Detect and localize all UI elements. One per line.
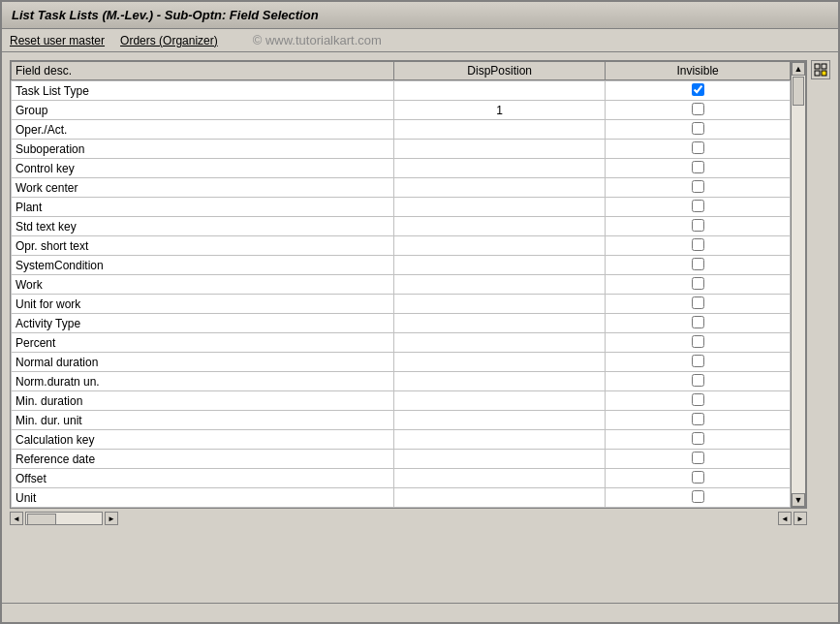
orders-organizer-menu[interactable]: Orders (Organizer) bbox=[120, 34, 218, 47]
disp-position-cell bbox=[394, 295, 606, 314]
reset-user-master-menu[interactable]: Reset user master bbox=[10, 34, 105, 47]
invisible-checkbox[interactable] bbox=[692, 83, 704, 96]
field-name-cell: SystemCondition bbox=[12, 256, 394, 275]
disp-position-cell bbox=[394, 275, 606, 295]
invisible-checkbox[interactable] bbox=[692, 180, 704, 193]
table-row: Reference date bbox=[12, 450, 791, 469]
invisible-checkbox-cell[interactable] bbox=[606, 314, 791, 333]
field-name-cell: Offset bbox=[12, 469, 394, 488]
invisible-checkbox[interactable] bbox=[692, 432, 704, 445]
content-area: Field desc. DispPosition Invisible bbox=[2, 52, 838, 603]
invisible-checkbox-cell[interactable] bbox=[606, 256, 791, 275]
invisible-checkbox[interactable] bbox=[692, 316, 704, 328]
h-scroll-track bbox=[25, 512, 103, 525]
invisible-checkbox-cell[interactable] bbox=[606, 159, 791, 178]
grid-icon-svg bbox=[814, 63, 827, 77]
table-row: Unit bbox=[12, 488, 791, 508]
nav-right-button[interactable]: ► bbox=[793, 512, 807, 525]
scroll-left-button[interactable]: ◄ bbox=[10, 512, 23, 525]
invisible-checkbox[interactable] bbox=[692, 238, 704, 251]
field-name-cell: Unit bbox=[12, 488, 394, 508]
table-row: Norm.duratn un. bbox=[12, 372, 791, 391]
col-header-disp-position: DispPosition bbox=[394, 62, 606, 80]
field-name-cell: Opr. short text bbox=[12, 236, 394, 256]
table-row: Min. duration bbox=[12, 391, 791, 411]
invisible-checkbox[interactable] bbox=[692, 452, 704, 464]
field-name-cell: Unit for work bbox=[12, 295, 394, 314]
table-wrapper: Field desc. DispPosition Invisible bbox=[10, 60, 807, 509]
status-bar bbox=[2, 603, 838, 622]
table-row: Normal duration bbox=[12, 353, 791, 372]
grid-icon-button[interactable] bbox=[811, 60, 830, 79]
svg-rect-1 bbox=[822, 64, 826, 69]
invisible-checkbox[interactable] bbox=[692, 413, 704, 425]
invisible-checkbox-cell[interactable] bbox=[606, 430, 791, 450]
table-row: Activity Type bbox=[12, 314, 791, 333]
invisible-checkbox-cell[interactable] bbox=[606, 81, 791, 101]
disp-position-cell bbox=[394, 314, 606, 333]
field-name-cell: Group bbox=[12, 101, 394, 120]
scroll-up-button[interactable]: ▲ bbox=[792, 62, 805, 76]
invisible-checkbox[interactable] bbox=[692, 374, 704, 387]
field-name-cell: Min. dur. unit bbox=[12, 411, 394, 430]
invisible-checkbox-cell[interactable] bbox=[606, 353, 791, 372]
invisible-checkbox-cell[interactable] bbox=[606, 372, 791, 391]
svg-rect-0 bbox=[815, 64, 820, 69]
invisible-checkbox-cell[interactable] bbox=[606, 120, 791, 140]
invisible-checkbox-cell[interactable] bbox=[606, 469, 791, 488]
invisible-checkbox[interactable] bbox=[692, 277, 704, 290]
table-row: Work center bbox=[12, 178, 791, 198]
disp-position-cell bbox=[394, 140, 606, 159]
field-name-cell: Percent bbox=[12, 333, 394, 353]
invisible-checkbox[interactable] bbox=[692, 355, 704, 367]
scroll-right-button[interactable]: ► bbox=[105, 512, 118, 525]
field-name-cell: Normal duration bbox=[12, 353, 394, 372]
disp-position-cell bbox=[394, 178, 606, 198]
invisible-checkbox[interactable] bbox=[692, 200, 704, 212]
invisible-checkbox-cell[interactable] bbox=[606, 275, 791, 295]
invisible-checkbox-cell[interactable] bbox=[606, 488, 791, 508]
main-table-region: Field desc. DispPosition Invisible bbox=[10, 60, 807, 526]
table-row: Oper./Act. bbox=[12, 120, 791, 140]
invisible-checkbox[interactable] bbox=[692, 219, 704, 232]
invisible-checkbox-cell[interactable] bbox=[606, 450, 791, 469]
disp-position-cell bbox=[394, 256, 606, 275]
invisible-checkbox-cell[interactable] bbox=[606, 178, 791, 198]
invisible-checkbox[interactable] bbox=[692, 471, 704, 484]
disp-position-cell bbox=[394, 469, 606, 488]
invisible-checkbox-cell[interactable] bbox=[606, 295, 791, 314]
invisible-checkbox-cell[interactable] bbox=[606, 236, 791, 256]
invisible-checkbox[interactable] bbox=[692, 161, 704, 173]
field-name-cell: Std text key bbox=[12, 217, 394, 236]
invisible-checkbox-cell[interactable] bbox=[606, 101, 791, 120]
invisible-checkbox-cell[interactable] bbox=[606, 411, 791, 430]
invisible-checkbox[interactable] bbox=[692, 490, 704, 503]
invisible-checkbox-cell[interactable] bbox=[606, 140, 791, 159]
invisible-checkbox-cell[interactable] bbox=[606, 333, 791, 353]
invisible-checkbox[interactable] bbox=[692, 122, 704, 135]
invisible-checkbox[interactable] bbox=[692, 393, 704, 406]
invisible-checkbox-cell[interactable] bbox=[606, 217, 791, 236]
invisible-checkbox[interactable] bbox=[692, 141, 704, 154]
disp-position-cell bbox=[394, 430, 606, 450]
field-selection-table: Field desc. DispPosition Invisible bbox=[11, 61, 791, 80]
table-row: Percent bbox=[12, 333, 791, 353]
invisible-checkbox-cell[interactable] bbox=[606, 391, 791, 411]
invisible-checkbox-cell[interactable] bbox=[606, 198, 791, 217]
table-row: Group1 bbox=[12, 101, 791, 120]
field-name-cell: Suboperation bbox=[12, 140, 394, 159]
invisible-checkbox[interactable] bbox=[692, 258, 704, 270]
nav-left-button[interactable]: ◄ bbox=[778, 512, 792, 525]
invisible-checkbox[interactable] bbox=[692, 335, 704, 348]
invisible-checkbox[interactable] bbox=[692, 103, 704, 115]
vertical-scrollbar[interactable]: ▲ ▼ bbox=[791, 61, 806, 508]
disp-position-cell bbox=[394, 217, 606, 236]
h-scroll-thumb[interactable] bbox=[27, 514, 56, 525]
invisible-checkbox[interactable] bbox=[692, 296, 704, 309]
table-row: Offset bbox=[12, 469, 791, 488]
table-body: Task List TypeGroup1Oper./Act.Suboperati… bbox=[12, 81, 791, 508]
scroll-down-button[interactable]: ▼ bbox=[792, 493, 805, 507]
table-row: Work bbox=[12, 275, 791, 295]
table-row: Suboperation bbox=[12, 140, 791, 159]
table-row: Control key bbox=[12, 159, 791, 178]
